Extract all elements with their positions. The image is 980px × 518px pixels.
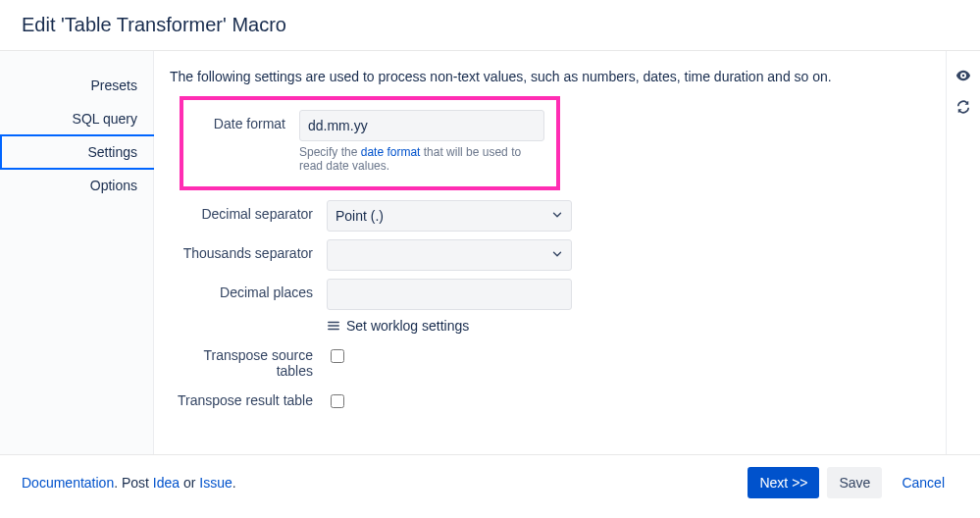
worklog-settings-label: Set worklog settings — [346, 318, 469, 334]
transpose-source-checkbox[interactable] — [331, 349, 344, 363]
menu-icon — [327, 319, 340, 333]
decimal-places-input[interactable] — [327, 279, 572, 310]
thousands-separator-select[interactable] — [327, 239, 572, 271]
date-format-hint: Specify the date format that will be use… — [299, 145, 544, 173]
next-button[interactable]: Next >> — [748, 467, 819, 498]
transpose-result-label: Transpose result table — [170, 387, 327, 408]
tab-settings[interactable]: Settings — [0, 135, 153, 169]
refresh-icon[interactable] — [954, 98, 972, 116]
sidebar: Presets SQL query Settings Options — [0, 51, 153, 454]
transpose-source-label: Transpose source tables — [170, 341, 327, 379]
intro-text: The following settings are used to proce… — [170, 69, 930, 84]
right-rail — [947, 51, 980, 454]
issue-link[interactable]: Issue — [199, 475, 232, 491]
documentation-link[interactable]: Documentation — [22, 475, 114, 491]
worklog-settings-toggle[interactable]: Set worklog settings — [327, 318, 572, 334]
date-format-input[interactable] — [299, 110, 544, 141]
tab-sql-query[interactable]: SQL query — [0, 102, 153, 135]
decimal-separator-label: Decimal separator — [170, 200, 327, 222]
date-format-highlight: Date format Specify the date format that… — [180, 96, 560, 190]
idea-link[interactable]: Idea — [153, 475, 180, 491]
tab-presets[interactable]: Presets — [0, 69, 153, 102]
thousands-separator-label: Thousands separator — [170, 239, 327, 261]
transpose-result-checkbox[interactable] — [331, 394, 344, 408]
dialog-title: Edit 'Table Transformer' Macro — [0, 0, 980, 51]
tab-options[interactable]: Options — [0, 169, 153, 202]
footer-links: Documentation. Post Idea or Issue. — [22, 475, 740, 491]
decimal-separator-select[interactable]: Point (.) — [327, 200, 572, 232]
date-format-link[interactable]: date format — [361, 145, 421, 159]
cancel-button[interactable]: Cancel — [890, 467, 956, 498]
settings-panel: The following settings are used to proce… — [153, 51, 947, 454]
save-button[interactable]: Save — [827, 467, 882, 498]
preview-icon[interactable] — [954, 67, 972, 84]
dialog-body: Presets SQL query Settings Options The f… — [0, 51, 980, 455]
date-format-label: Date format — [191, 110, 299, 131]
dialog-footer: Documentation. Post Idea or Issue. Next … — [0, 455, 980, 509]
decimal-places-label: Decimal places — [170, 279, 327, 300]
